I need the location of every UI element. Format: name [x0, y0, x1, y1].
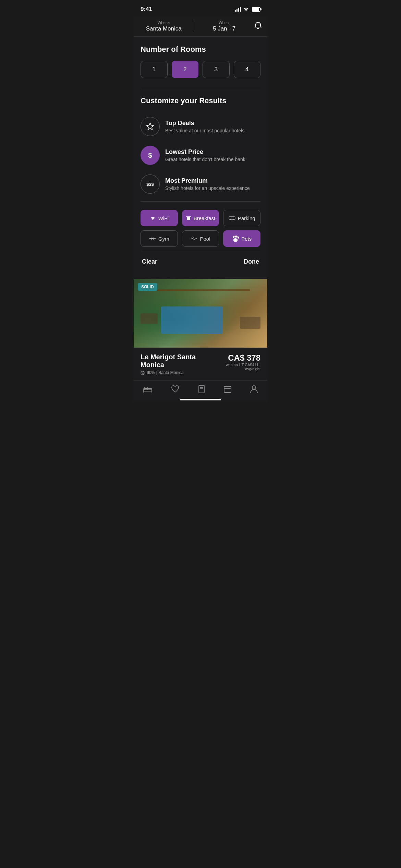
svg-rect-6	[149, 238, 150, 239]
pool-visual	[161, 306, 223, 334]
top-deals-option[interactable]: Top Deals Best value at our most popular…	[141, 112, 260, 141]
lowest-price-title: Lowest Price	[165, 148, 245, 156]
gym-icon	[149, 236, 156, 241]
room-selector: 1 2 3 4	[141, 61, 260, 78]
wifi-amenity-button[interactable]: WiFi	[141, 210, 178, 226]
nav-profile[interactable]	[250, 385, 258, 393]
pergola-beam	[151, 289, 250, 291]
home-indicator	[134, 396, 267, 402]
where-label: Where:	[139, 21, 189, 25]
parking-icon	[229, 216, 235, 220]
lowest-price-text: Lowest Price Great hotels that don't bre…	[165, 148, 245, 162]
top-deals-icon	[141, 117, 160, 136]
location-value: Santa Monica	[139, 25, 189, 32]
profile-icon	[250, 385, 258, 393]
search-bar[interactable]: Where: Santa Monica When: 5 Jan - 7	[134, 16, 267, 37]
svg-point-3	[230, 219, 231, 220]
bottom-nav	[134, 381, 267, 396]
rooms-section-title: Number of Rooms	[141, 45, 260, 54]
clear-button[interactable]: Clear	[142, 258, 157, 265]
rating-icon: %	[141, 371, 145, 375]
pool-label: Pool	[200, 236, 210, 242]
done-button[interactable]: Done	[244, 258, 259, 265]
lowest-price-desc: Great hotels that don't break the bank	[165, 157, 245, 162]
parking-amenity-button[interactable]: Parking	[223, 210, 260, 226]
svg-point-16	[233, 236, 234, 238]
hotel-image: SOLID	[134, 279, 267, 348]
hotel-name: Le Merigot Santa Monica	[141, 353, 214, 369]
svg-point-4	[233, 219, 234, 220]
most-premium-title: Most Premium	[165, 177, 250, 184]
notification-bell-icon[interactable]	[254, 22, 262, 32]
status-icons	[235, 7, 260, 12]
top-deals-title: Top Deals	[165, 120, 244, 127]
svg-text:%: %	[142, 372, 144, 374]
most-premium-option[interactable]: $$$ Most Premium Stylish hotels for an u…	[141, 170, 260, 198]
hotel-details: Le Merigot Santa Monica % 90% | Santa Mo…	[141, 353, 214, 375]
room-1-button[interactable]: 1	[141, 61, 168, 78]
svg-rect-7	[155, 238, 156, 239]
lounge-area	[141, 313, 158, 324]
pets-label: Pets	[241, 236, 252, 242]
room-4-button[interactable]: 4	[234, 61, 261, 78]
nav-calendar[interactable]	[224, 385, 231, 393]
nav-favorites[interactable]	[171, 385, 179, 393]
breakfast-label: Breakfast	[194, 215, 215, 221]
calendar-icon	[224, 385, 231, 393]
svg-point-18	[236, 236, 238, 238]
svg-rect-29	[224, 386, 231, 393]
svg-rect-26	[199, 385, 204, 393]
bookmark-icon	[198, 385, 205, 393]
date-selector[interactable]: When: 5 Jan - 7	[194, 21, 249, 32]
divider-1	[141, 88, 260, 88]
svg-marker-0	[147, 123, 154, 130]
top-deals-desc: Best value at our most popular hotels	[165, 128, 244, 133]
top-deals-text: Top Deals Best value at our most popular…	[165, 120, 244, 133]
result-options: Top Deals Best value at our most popular…	[141, 112, 260, 198]
svg-rect-11	[153, 238, 154, 240]
breakfast-amenity-button[interactable]: Breakfast	[182, 210, 219, 226]
pets-amenity-button[interactable]: Pets	[223, 230, 260, 247]
pool-amenity-button[interactable]: Pool	[182, 230, 219, 247]
lowest-price-option[interactable]: $ Lowest Price Great hotels that don't b…	[141, 141, 260, 170]
date-value: 5 Jan - 7	[200, 25, 249, 32]
pool-icon	[191, 236, 197, 241]
nav-bookings[interactable]	[198, 385, 205, 393]
hotel-price-note: was on HT CA$411 | avg/night	[214, 363, 260, 371]
pets-icon	[232, 236, 239, 242]
solid-badge: SOLID	[138, 283, 157, 291]
svg-rect-10	[151, 238, 152, 240]
most-premium-text: Most Premium Stylish hotels for an upsca…	[165, 177, 250, 191]
bed-icon	[143, 386, 152, 393]
nav-search[interactable]	[143, 386, 152, 393]
wifi-status-icon	[243, 7, 249, 12]
filter-panel: Number of Rooms 1 2 3 4 Customize your R…	[134, 37, 267, 279]
location-selector[interactable]: Where: Santa Monica	[139, 21, 194, 32]
room-2-button[interactable]: 2	[172, 61, 199, 78]
hotel-price: CA$ 378	[214, 353, 260, 363]
status-bar: 9:41	[134, 0, 267, 16]
when-label: When:	[200, 21, 249, 25]
hotel-price-container: CA$ 378 was on HT CA$411 | avg/night	[214, 353, 260, 371]
hotel-card[interactable]: SOLID Le Merigot Santa Monica % 90% | Sa…	[134, 279, 267, 381]
most-premium-desc: Stylish hotels for an upscale experience	[165, 185, 250, 191]
hotel-info: Le Merigot Santa Monica % 90% | Santa Mo…	[134, 348, 267, 381]
svg-point-19	[238, 237, 239, 239]
svg-point-17	[234, 236, 236, 238]
amenity-row-1: WiFi Breakfast Parking	[141, 210, 260, 226]
breakfast-icon	[186, 215, 191, 221]
most-premium-icon: $$$	[141, 174, 160, 194]
lowest-price-icon: $	[141, 146, 160, 165]
room-3-button[interactable]: 3	[203, 61, 230, 78]
lounge-area-right	[240, 317, 260, 329]
home-bar	[180, 399, 221, 400]
customize-section-title: Customize your Results	[141, 96, 260, 105]
gym-label: Gym	[158, 236, 169, 242]
svg-point-33	[252, 386, 256, 389]
wifi-label: WiFi	[158, 215, 169, 221]
battery-icon	[252, 7, 260, 12]
gym-amenity-button[interactable]: Gym	[141, 230, 178, 247]
divider-2	[141, 201, 260, 202]
signal-icon	[235, 7, 241, 12]
amenity-row-2: Gym Pool Pets	[141, 230, 260, 247]
